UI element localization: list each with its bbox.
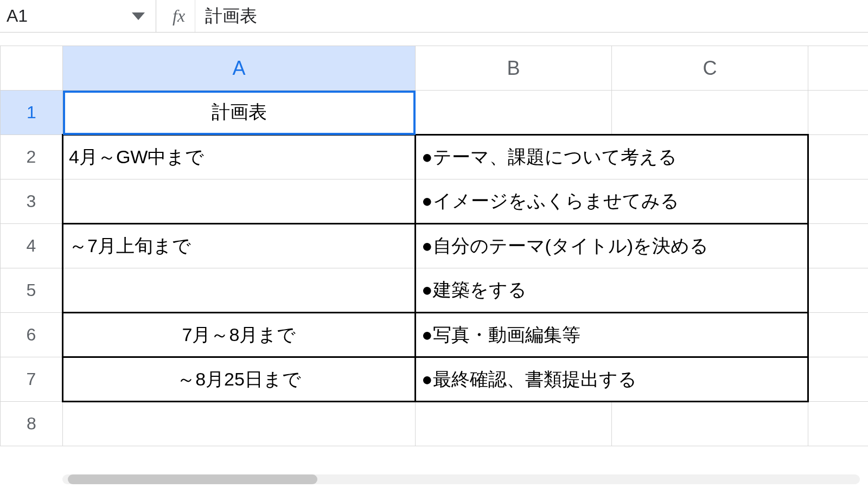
row-header-6[interactable]: 6 — [1, 313, 63, 357]
cell-D4[interactable] — [808, 224, 869, 268]
cell-D3[interactable] — [808, 179, 869, 224]
cell-C1[interactable] — [612, 91, 808, 135]
name-box[interactable]: A1 — [4, 6, 132, 26]
cell-D1[interactable] — [808, 91, 869, 135]
row-header-4[interactable]: 4 — [1, 224, 63, 268]
row-1: 1 計画表 — [1, 91, 869, 135]
row-header-1[interactable]: 1 — [1, 91, 63, 135]
select-all-corner[interactable] — [1, 46, 63, 91]
cell-D2[interactable] — [808, 135, 869, 179]
cell-D6[interactable] — [808, 313, 869, 357]
cell-A4[interactable]: ～7月上旬まで — [63, 224, 416, 268]
column-header-C[interactable]: C — [612, 46, 808, 91]
row-header-2[interactable]: 2 — [1, 135, 63, 179]
spreadsheet-grid[interactable]: A B C 1 計画表 2 4月～GW中まで ●テーマ、課題について考える 3 … — [0, 46, 868, 446]
horizontal-scrollbar[interactable] — [62, 473, 860, 486]
row-6: 6 7月～8月まで ●写真・動画編集等 — [1, 313, 869, 357]
cell-A8[interactable] — [63, 402, 416, 446]
grid-viewport: A B C 1 計画表 2 4月～GW中まで ●テーマ、課題について考える 3 … — [0, 46, 868, 488]
cell-B8[interactable] — [416, 402, 612, 446]
row-header-3[interactable]: 3 — [1, 179, 63, 224]
row-8: 8 — [1, 402, 869, 446]
name-box-wrap[interactable]: A1 — [4, 0, 156, 32]
fx-icon[interactable]: fx — [156, 0, 195, 32]
cell-A5[interactable] — [63, 268, 416, 313]
cell-B3[interactable]: ●イメージをふくらませてみる — [416, 179, 808, 224]
row-header-8[interactable]: 8 — [1, 402, 63, 446]
row-header-5[interactable]: 5 — [1, 268, 63, 313]
row-7: 7 ～8月25日まで ●最終確認、書類提出する — [1, 357, 869, 402]
toolbar-gap — [0, 33, 868, 46]
row-header-7[interactable]: 7 — [1, 357, 63, 402]
cell-D8[interactable] — [808, 402, 869, 446]
scrollbar-thumb[interactable] — [68, 474, 317, 484]
cell-A7[interactable]: ～8月25日まで — [63, 357, 416, 402]
scrollbar-track[interactable] — [62, 474, 860, 484]
cell-B2[interactable]: ●テーマ、課題について考える — [416, 135, 808, 179]
cell-D7[interactable] — [808, 357, 869, 402]
formula-input[interactable]: 計画表 — [195, 4, 864, 28]
cell-D5[interactable] — [808, 268, 869, 313]
formula-bar: A1 fx 計画表 — [0, 0, 868, 33]
cell-B1[interactable] — [416, 91, 612, 135]
cell-A6[interactable]: 7月～8月まで — [63, 313, 416, 357]
row-3: 3 ●イメージをふくらませてみる — [1, 179, 869, 224]
chevron-down-icon[interactable] — [132, 12, 145, 20]
row-4: 4 ～7月上旬まで ●自分のテーマ(タイトル)を決める — [1, 224, 869, 268]
column-header-D[interactable] — [808, 46, 869, 91]
cell-A1[interactable]: 計画表 — [63, 91, 416, 135]
column-header-B[interactable]: B — [416, 46, 612, 91]
row-2: 2 4月～GW中まで ●テーマ、課題について考える — [1, 135, 869, 179]
cell-A3[interactable] — [63, 179, 416, 224]
row-5: 5 ●建築をする — [1, 268, 869, 313]
column-header-A[interactable]: A — [63, 46, 416, 91]
cell-C8[interactable] — [612, 402, 808, 446]
cell-B5[interactable]: ●建築をする — [416, 268, 808, 313]
cell-B6[interactable]: ●写真・動画編集等 — [416, 313, 808, 357]
column-header-row: A B C — [1, 46, 869, 91]
cell-B7[interactable]: ●最終確認、書類提出する — [416, 357, 808, 402]
cell-B4[interactable]: ●自分のテーマ(タイトル)を決める — [416, 224, 808, 268]
cell-A2[interactable]: 4月～GW中まで — [63, 135, 416, 179]
